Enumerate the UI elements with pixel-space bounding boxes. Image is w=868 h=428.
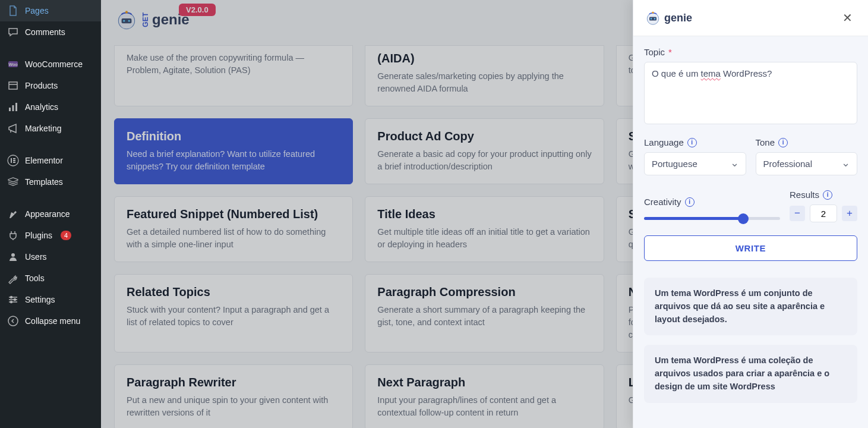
tone-label: Tone i bbox=[756, 137, 858, 147]
info-icon[interactable]: i bbox=[823, 190, 832, 200]
wp-admin-sidebar: Pages Comments Woo WooCommerce Products … bbox=[0, 0, 101, 428]
card-title: Featured Snippet (Numbered List) bbox=[127, 207, 340, 221]
sidebar-item-products[interactable]: Products bbox=[0, 75, 101, 96]
svg-rect-10 bbox=[13, 162, 15, 163]
card-desc: Generate sales/marketing copies by apply… bbox=[377, 70, 591, 95]
card-desc: Input your paragraph/lines of content an… bbox=[377, 394, 591, 419]
svg-rect-2 bbox=[9, 82, 17, 89]
sidebar-item-label: Settings bbox=[25, 295, 55, 304]
sidebar-item-label: Collapse menu bbox=[25, 316, 80, 326]
topic-textarea[interactable]: O que é um tema WordPress? bbox=[644, 62, 857, 124]
appearance-icon bbox=[7, 208, 19, 220]
card-title: Definition bbox=[127, 130, 340, 143]
card-desc: Generate a basic ad copy for your produc… bbox=[377, 148, 591, 173]
sidebar-item-label: Marketing bbox=[25, 124, 61, 133]
result-item[interactable]: Um tema WordPress é um conjunto de arqui… bbox=[644, 278, 857, 335]
plugins-icon bbox=[7, 229, 19, 241]
results-decrement[interactable]: − bbox=[790, 206, 805, 221]
sidebar-item-tools[interactable]: Tools bbox=[0, 268, 101, 289]
template-card-aida[interactable]: (AIDA)Generate sales/marketing copies by… bbox=[365, 45, 604, 106]
sidebar-item-appearance[interactable]: Appearance bbox=[0, 203, 101, 225]
templates-icon bbox=[7, 176, 19, 188]
sidebar-item-label: Tools bbox=[25, 273, 45, 283]
card-desc: Need a brief explanation? Want to utiliz… bbox=[127, 148, 340, 173]
sidebar-item-settings[interactable]: Settings bbox=[0, 289, 101, 310]
template-card-definition[interactable]: DefinitionNeed a brief explanation? Want… bbox=[114, 118, 353, 184]
card-desc: Make use of the proven copywriting formu… bbox=[127, 52, 340, 77]
panel-body: Topic * O que é um tema WordPress? Langu… bbox=[633, 36, 868, 428]
sidebar-item-label: Elementor bbox=[25, 156, 63, 165]
woocommerce-icon: Woo bbox=[7, 58, 19, 70]
sidebar-item-users[interactable]: Users bbox=[0, 246, 101, 268]
sidebar-item-collapse[interactable]: Collapse menu bbox=[0, 310, 101, 332]
genie-logo: GET genie V2.0.0 bbox=[114, 7, 190, 32]
svg-point-15 bbox=[8, 316, 18, 326]
topic-label: Topic * bbox=[644, 47, 857, 57]
card-desc: Get multiple title ideas off an initial … bbox=[377, 226, 591, 251]
svg-rect-4 bbox=[12, 105, 14, 111]
card-title: Paragraph Rewriter bbox=[127, 376, 340, 389]
template-card-paragraph-compression[interactable]: Paragraph CompressionGenerate a short su… bbox=[365, 274, 604, 353]
sidebar-item-analytics[interactable]: Analytics bbox=[0, 96, 101, 118]
results-stepper: − + bbox=[790, 204, 857, 222]
write-button[interactable]: WRITE bbox=[644, 235, 857, 261]
sidebar-item-label: Plugins bbox=[25, 231, 52, 240]
close-icon[interactable]: ✕ bbox=[838, 8, 857, 27]
sidebar-item-templates[interactable]: Templates bbox=[0, 171, 101, 193]
sidebar-item-plugins[interactable]: Plugins 4 bbox=[0, 225, 101, 246]
card-desc: Generate a short summary of a paragraph … bbox=[377, 304, 591, 329]
template-card-related-topics[interactable]: Related TopicsStuck with your content? I… bbox=[114, 274, 353, 353]
sidebar-item-woocommerce[interactable]: Woo WooCommerce bbox=[0, 54, 101, 75]
template-card-product-ad[interactable]: Product Ad CopyGenerate a basic ad copy … bbox=[365, 118, 604, 184]
card-desc: Put a new and unique spin to your given … bbox=[127, 394, 340, 419]
template-card-featured-snippet[interactable]: Featured Snippet (Numbered List)Get a de… bbox=[114, 196, 353, 262]
card-title: Next Paragraph bbox=[377, 376, 591, 389]
results-input[interactable] bbox=[810, 204, 837, 222]
template-card-paragraph-rewriter[interactable]: Paragraph RewriterPut a new and unique s… bbox=[114, 364, 353, 428]
version-badge: V2.0.0 bbox=[179, 4, 216, 16]
genie-panel: genie ✕ Topic * O que é um tema WordPres… bbox=[633, 0, 868, 428]
creativity-label: Creativity i bbox=[644, 197, 780, 207]
sidebar-item-pages[interactable]: Pages bbox=[0, 0, 101, 21]
info-icon[interactable]: i bbox=[778, 138, 788, 147]
template-card-title-ideas[interactable]: Title IdeasGet multiple title ideas off … bbox=[365, 196, 604, 262]
sidebar-item-marketing[interactable]: Marketing bbox=[0, 118, 101, 139]
results-increment[interactable]: + bbox=[842, 206, 857, 221]
panel-logo: genie bbox=[644, 9, 692, 27]
svg-rect-3 bbox=[9, 108, 11, 111]
card-title: Title Ideas bbox=[377, 207, 591, 221]
sidebar-item-label: Comments bbox=[25, 27, 65, 37]
sidebar-item-label: Templates bbox=[25, 177, 63, 187]
settings-icon bbox=[7, 294, 19, 306]
sidebar-item-comments[interactable]: Comments bbox=[0, 21, 101, 43]
tone-select[interactable]: Professional bbox=[756, 152, 858, 175]
svg-rect-5 bbox=[15, 103, 17, 111]
card-title: Related Topics bbox=[127, 285, 340, 299]
info-icon[interactable]: i bbox=[687, 138, 697, 147]
svg-rect-8 bbox=[13, 158, 15, 159]
sidebar-item-label: Pages bbox=[25, 6, 49, 15]
pages-icon bbox=[7, 5, 19, 17]
info-icon[interactable]: i bbox=[685, 197, 695, 207]
svg-point-13 bbox=[14, 299, 16, 301]
language-select[interactable]: Portuguese bbox=[644, 152, 746, 175]
results-label: Results i bbox=[790, 190, 857, 200]
template-card-next-paragraph[interactable]: Next ParagraphInput your paragraph/lines… bbox=[365, 364, 604, 428]
svg-point-24 bbox=[654, 18, 655, 19]
sidebar-item-label: Analytics bbox=[25, 102, 58, 112]
template-card-pas[interactable]: Make use of the proven copywriting formu… bbox=[114, 45, 353, 106]
svg-point-19 bbox=[128, 20, 130, 21]
creativity-slider[interactable] bbox=[644, 217, 780, 220]
card-desc: Get a detailed numbered list of how to d… bbox=[127, 226, 340, 251]
result-item[interactable]: Um tema WordPress é uma coleção de arqui… bbox=[644, 345, 857, 402]
card-desc: Stuck with your content? Input a paragra… bbox=[127, 304, 340, 329]
elementor-icon bbox=[7, 155, 19, 166]
products-icon bbox=[7, 80, 19, 92]
sidebar-item-label: Appearance bbox=[25, 209, 70, 219]
genie-head-icon bbox=[114, 7, 139, 32]
users-icon bbox=[7, 251, 19, 263]
svg-rect-9 bbox=[13, 160, 15, 161]
sidebar-item-elementor[interactable]: Elementor bbox=[0, 150, 101, 171]
sidebar-item-label: WooCommerce bbox=[25, 59, 83, 69]
required-marker: * bbox=[668, 47, 672, 57]
